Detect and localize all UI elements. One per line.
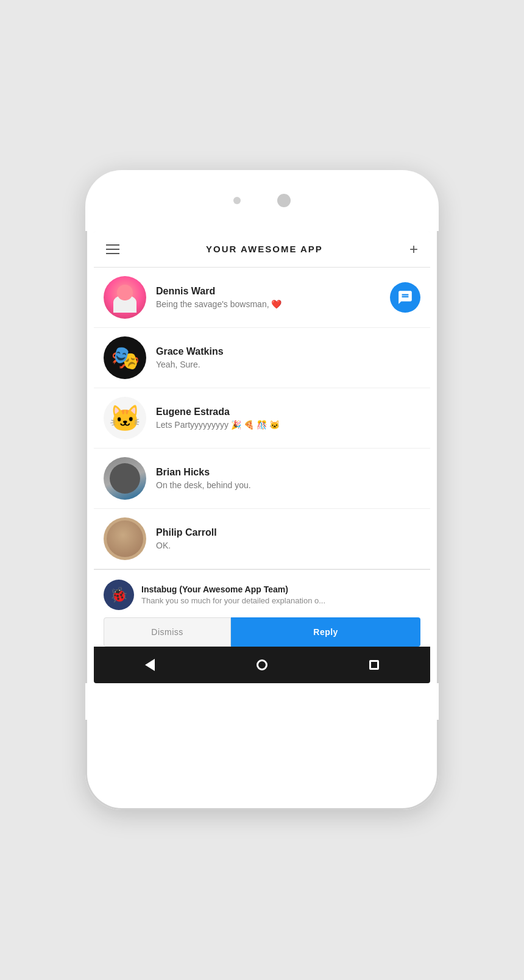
home-nav-button[interactable] (253, 656, 271, 674)
contact-info-philip: Philip Carroll OK. (156, 527, 420, 550)
contact-message-philip: OK. (156, 541, 420, 550)
contact-name-grace: Grace Watkins (156, 346, 420, 357)
app-content: YOUR AWESOME APP + Dennis Ward Being the… (94, 231, 430, 647)
notification-title: Instabug (Your Awesome App Team) (141, 584, 420, 594)
avatar-philip (104, 517, 146, 560)
contact-item-eugene[interactable]: Eugene Estrada Lets Partyyyyyyyyy 🎉 🍕 🎊 … (94, 388, 430, 449)
contact-name-philip: Philip Carroll (156, 527, 420, 538)
bug-emoji: 🐞 (110, 586, 128, 603)
app-bar: YOUR AWESOME APP + (94, 231, 430, 268)
home-icon (257, 659, 267, 670)
contact-name-dennis: Dennis Ward (156, 286, 390, 297)
contact-info-eugene: Eugene Estrada Lets Partyyyyyyyyy 🎉 🍕 🎊 … (156, 407, 420, 430)
avatar-brian (104, 457, 146, 500)
phone-frame: YOUR AWESOME APP + Dennis Ward Being the… (85, 170, 439, 810)
avatar-grace (104, 336, 146, 379)
add-icon[interactable]: + (409, 242, 418, 257)
navigation-bar (94, 647, 430, 683)
instabug-icon: 🐞 (104, 580, 134, 610)
phone-top-bar (85, 170, 439, 231)
contact-item-philip[interactable]: Philip Carroll OK. (94, 509, 430, 569)
contact-info-dennis: Dennis Ward Being the savage's bowsman, … (156, 286, 390, 309)
contact-message-grace: Yeah, Sure. (156, 360, 420, 369)
reply-button[interactable]: Reply (231, 617, 420, 647)
phone-camera (277, 194, 291, 207)
contact-item-dennis[interactable]: Dennis Ward Being the savage's bowsman, … (94, 268, 430, 328)
back-icon (145, 659, 155, 671)
recent-icon (369, 660, 379, 670)
contact-item-grace[interactable]: Grace Watkins Yeah, Sure. (94, 328, 430, 388)
dismiss-button[interactable]: Dismiss (104, 617, 231, 647)
chat-bubble-button-dennis[interactable] (390, 282, 420, 313)
contact-info-brian: Brian Hicks On the desk, behind you. (156, 467, 420, 490)
hamburger-icon[interactable] (106, 244, 119, 254)
contact-info-grace: Grace Watkins Yeah, Sure. (156, 346, 420, 369)
avatar-eugene (104, 397, 146, 439)
contact-item-brian[interactable]: Brian Hicks On the desk, behind you. (94, 449, 430, 509)
notification-header: 🐞 Instabug (Your Awesome App Team) Thank… (104, 580, 420, 610)
avatar-dennis (104, 276, 146, 319)
notification-text-block: Instabug (Your Awesome App Team) Thank y… (141, 584, 420, 605)
notification-body: Thank you so much for your detailed expl… (141, 596, 420, 605)
contact-name-brian: Brian Hicks (156, 467, 420, 478)
contact-name-eugene: Eugene Estrada (156, 407, 420, 417)
app-title: YOUR AWESOME APP (206, 244, 323, 254)
phone-sensor (233, 197, 241, 204)
contact-message-eugene: Lets Partyyyyyyyyy 🎉 🍕 🎊 🐱 (156, 420, 420, 430)
contact-message-brian: On the desk, behind you. (156, 480, 420, 490)
recent-nav-button[interactable] (365, 656, 383, 674)
notification-actions: Dismiss Reply (104, 617, 420, 647)
notification-banner: 🐞 Instabug (Your Awesome App Team) Thank… (94, 569, 430, 647)
contact-list: Dennis Ward Being the savage's bowsman, … (94, 268, 430, 569)
contact-message-dennis: Being the savage's bowsman, ❤️ (156, 299, 390, 309)
chat-bubble-icon (397, 289, 413, 305)
back-nav-button[interactable] (141, 656, 159, 674)
phone-bottom (85, 683, 439, 720)
